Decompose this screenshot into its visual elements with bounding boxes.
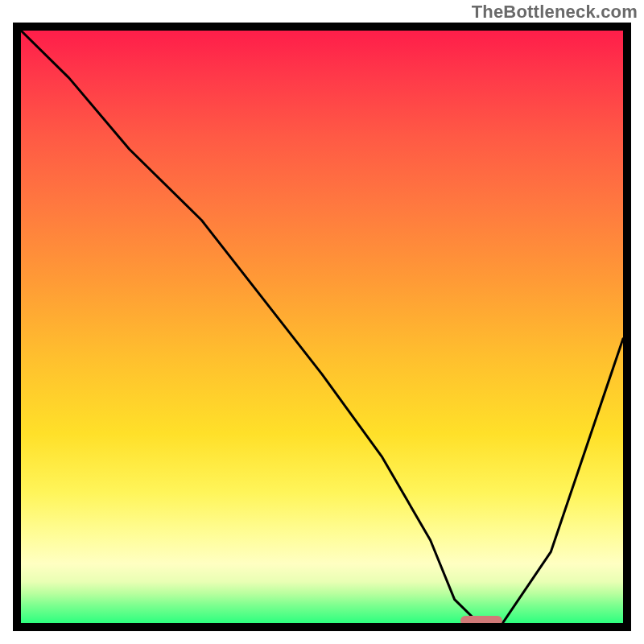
bottleneck-curve [21, 31, 623, 623]
plot-border [13, 23, 631, 631]
watermark-text: TheBottleneck.com [472, 2, 638, 23]
plot-area [21, 31, 623, 623]
optimal-marker [460, 616, 502, 623]
chart-frame: TheBottleneck.com [0, 0, 644, 644]
